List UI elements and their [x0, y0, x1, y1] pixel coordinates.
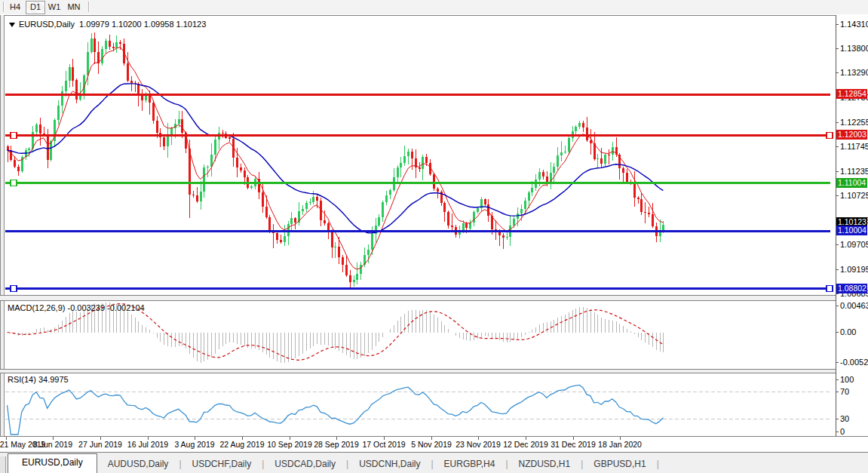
price-axis-tick [836, 171, 839, 172]
chart-tab-audusd-daily[interactable]: AUDUSD,Daily [97, 456, 179, 473]
trading-app-window: H4D1W1MN EURUSD,Daily 1.09979 1.10200 1.… [0, 0, 868, 473]
toolbar-separator [88, 2, 90, 12]
timeframe-toolbar: H4D1W1MN [0, 0, 868, 14]
time-axis-label: 31 Dec 2019 [551, 440, 596, 449]
time-axis-label: 8 Jun 2019 [33, 440, 72, 449]
time-axis-label: 3 Aug 2019 [174, 440, 214, 449]
hline-handle[interactable] [827, 286, 833, 292]
hline-handle[interactable] [827, 133, 833, 139]
rsi-axis-label: 0 [840, 427, 845, 436]
chart-tab-usdchf-daily[interactable]: USDCHF,Daily [182, 456, 262, 473]
price-axis-tick [836, 195, 839, 196]
chart-tab-gbpusd-h1[interactable]: GBPUSD,H1 [583, 456, 656, 473]
rsi-axis-tick [836, 379, 839, 380]
time-axis-label: 23 Nov 2019 [455, 440, 501, 449]
chart-tab-bar: EURUSD,DailyAUDUSD,Daily|USDCHF,Daily|US… [0, 452, 868, 473]
price-level-badge: 1.11004 [836, 178, 867, 188]
price-chart-canvas[interactable] [0, 15, 868, 295]
tab-bar-lead-strip [0, 456, 6, 473]
macd-axis-tick [836, 306, 839, 306]
rsi-axis-tick [836, 392, 839, 392]
rsi-indicator-label: RSI(14) 34.9975 [8, 375, 69, 384]
macd-indicator-label: MACD(12,26,9) -0.003239 -0.002104 [8, 303, 145, 312]
macd-axis-tick [836, 332, 839, 333]
rsi-axis-label: 100 [840, 375, 854, 384]
chart-title[interactable]: EURUSD,Daily 1.09979 1.10200 1.09958 1.1… [9, 20, 206, 29]
price-axis-label: 1.13290 [840, 68, 868, 77]
time-axis-label: 27 Jun 2019 [78, 440, 122, 449]
rsi-panel-canvas[interactable] [0, 373, 868, 436]
hline-handle[interactable] [11, 133, 17, 139]
chevron-down-icon [9, 23, 15, 27]
timeframe-button-h4[interactable]: H4 [6, 1, 24, 13]
price-level-badge: 1.12854 [836, 89, 867, 99]
tab-separator: | [657, 459, 659, 473]
macd-axis-label: -0.005299 [840, 358, 868, 367]
macd-axis-label: 0.00 [840, 327, 856, 336]
price-axis-label: 1.09705 [840, 240, 868, 249]
chart-tab-nzdusd-h1[interactable]: NZDUSD,H1 [508, 456, 581, 473]
ma-slow-line [8, 84, 664, 233]
price-axis-tick [836, 293, 839, 294]
chart-tab-usdcnh-daily[interactable]: USDCNH,Daily [348, 456, 431, 473]
chart-symbol-label: EURUSD,Daily [19, 20, 75, 29]
rsi-axis-tick [836, 419, 839, 419]
ma-fast-line [8, 47, 664, 269]
rsi-line [8, 385, 664, 435]
price-axis-tick [836, 24, 839, 25]
macd-axis-tick [836, 362, 839, 363]
panel-splitter[interactable] [0, 295, 868, 301]
macd-axis-label: 0.00463 [840, 301, 868, 310]
price-axis-tick [836, 244, 839, 245]
toolbar-grip[interactable] [3, 2, 5, 12]
time-axis-label: 16 Jul 2019 [127, 440, 168, 449]
chart-ohlc-values: 1.09979 1.10200 1.09958 1.10123 [79, 20, 206, 29]
time-axis[interactable]: 21 May 20198 Jun 201927 Jun 201916 Jul 2… [0, 437, 868, 452]
chart-tab-eurgbp-h4[interactable]: EURGBP,H4 [434, 456, 506, 473]
price-axis-label: 1.11745 [840, 142, 868, 151]
price-axis-label: 1.11235 [840, 167, 868, 176]
chart-tab-usdcad-daily[interactable]: USDCAD,Daily [264, 456, 346, 473]
timeframe-button-w1[interactable]: W1 [45, 1, 63, 13]
price-axis-tick [836, 122, 839, 123]
price-axis-tick [836, 72, 839, 73]
timeframe-button-d1[interactable]: D1 [26, 1, 45, 14]
timeframe-button-mn[interactable]: MN [65, 1, 83, 13]
rsi-axis-tick [836, 432, 839, 432]
hline-handle[interactable] [11, 180, 17, 186]
time-axis-label: 18 Jan 2020 [598, 440, 642, 449]
rsi-axis-label: 70 [840, 387, 849, 396]
time-axis-label: 12 Dec 2019 [503, 440, 548, 449]
price-level-badge: 1.08802 [836, 284, 867, 293]
price-axis-tick [836, 146, 839, 147]
time-axis-label: 22 Aug 2019 [220, 440, 265, 449]
price-axis-label: 1.12255 [840, 118, 868, 127]
price-axis-tick [836, 269, 839, 270]
price-level-badge: 1.12003 [836, 130, 867, 140]
hline-handle[interactable] [11, 286, 17, 292]
price-axis-label: 1.13800 [840, 44, 868, 53]
rsi-axis-label: 30 [840, 414, 849, 423]
time-axis-label: 17 Oct 2019 [362, 440, 405, 449]
price-axis-label: 1.10725 [840, 191, 868, 200]
chart-tab-eurusd-daily[interactable]: EURUSD,Daily [8, 453, 97, 473]
time-axis-label: 10 Sep 2019 [267, 440, 312, 449]
price-axis-tick [836, 48, 839, 49]
price-level-badge: 1.10004 [836, 226, 867, 235]
time-axis-label: 28 Sep 2019 [314, 440, 359, 449]
price-axis-label: 1.14310 [840, 20, 868, 29]
price-axis-label: 1.09195 [840, 265, 868, 274]
time-axis-label: 5 Nov 2019 [411, 440, 452, 449]
